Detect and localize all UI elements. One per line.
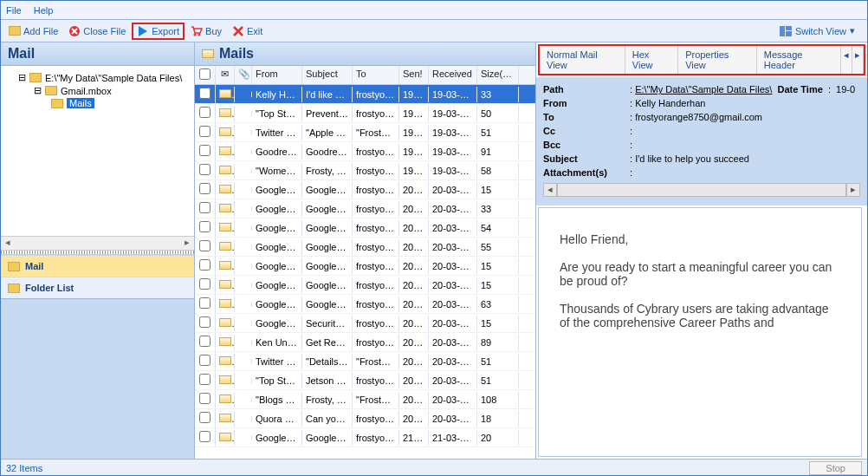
message-body[interactable]: Hello Friend, Are you ready to start a m… xyxy=(538,207,862,457)
table-row[interactable]: Quora …Can yo…frostyor…20…20-03-2…18 xyxy=(195,409,535,428)
table-row[interactable]: Google …Google …frostyor…21…21-03-2…20 xyxy=(195,428,535,447)
row-checkbox[interactable] xyxy=(199,297,211,309)
folder-icon xyxy=(8,284,20,293)
grid-body[interactable]: Kelly Ha…I'd like …frostyor…19…19-03-2…3… xyxy=(195,85,535,459)
table-row[interactable]: Google …Google …frostyor…20…20-03-2…15 xyxy=(195,257,535,276)
row-checkbox[interactable] xyxy=(199,278,211,290)
cell-sent: 20… xyxy=(399,258,429,274)
table-row[interactable]: "Top St…Prevent…frostyor…19…19-03-2…50 xyxy=(195,104,535,123)
tab-hex-view[interactable]: Hex View xyxy=(625,46,678,74)
table-row[interactable]: Google …Google …frostyor…20…20-03-2…54 xyxy=(195,218,535,238)
collapse-icon[interactable]: ⊟ xyxy=(18,72,26,83)
cell-received: 21-03-2… xyxy=(429,430,477,446)
row-checkbox[interactable] xyxy=(199,374,211,385)
row-checkbox[interactable] xyxy=(199,126,211,137)
table-row[interactable]: Ken Un…Get Res…frostyor…20…20-03-2…89 xyxy=(195,333,535,352)
col-received[interactable]: Received xyxy=(429,66,477,84)
table-row[interactable]: Google …Google …frostyor…20…20-03-2…15 xyxy=(195,276,535,295)
cell-subject: Frosty, … xyxy=(302,163,353,179)
cell-sent: 20… xyxy=(399,335,429,350)
cell-subject: Google … xyxy=(302,220,353,236)
table-row[interactable]: Google …Google …frostyor…20…20-03-2…55 xyxy=(195,238,535,257)
row-checkbox[interactable] xyxy=(199,259,211,271)
cell-sent: 20… xyxy=(399,411,429,427)
cell-subject: I'd like … xyxy=(302,87,353,102)
meta-path-v[interactable]: E:\"My Data\"Sample Data Files\ xyxy=(635,84,772,95)
cell-received: 19-03-2… xyxy=(429,125,477,140)
col-to[interactable]: To xyxy=(353,66,399,84)
row-checkbox[interactable] xyxy=(199,145,211,156)
cell-size: 51 xyxy=(477,373,519,388)
cell-to: frostyor… xyxy=(353,373,399,388)
add-file-button[interactable]: Add File xyxy=(4,23,62,39)
switch-view-button[interactable]: Switch View ▾ xyxy=(775,23,864,39)
row-checkbox[interactable] xyxy=(199,412,211,423)
meta-att-k: Attachment(s) xyxy=(543,167,630,178)
row-checkbox[interactable] xyxy=(199,355,211,366)
row-checkbox[interactable] xyxy=(199,88,211,99)
close-file-button[interactable]: Close File xyxy=(64,23,130,39)
row-checkbox[interactable] xyxy=(199,240,211,251)
export-button[interactable]: Export xyxy=(132,23,185,40)
cell-size: 15 xyxy=(477,182,519,198)
col-from[interactable]: From xyxy=(252,66,302,84)
tab-scroll-left[interactable]: ◂ xyxy=(841,46,852,74)
table-row[interactable]: Twitter …"Apple …"Frosty …19…19-03-2…51 xyxy=(195,123,535,142)
row-checkbox[interactable] xyxy=(199,221,211,232)
cell-from: Google … xyxy=(252,201,302,217)
row-checkbox[interactable] xyxy=(199,316,211,328)
table-row[interactable]: "Blogs …Frosty, …"Frosty …20…20-03-2…108 xyxy=(195,390,535,409)
svg-point-3 xyxy=(198,33,201,36)
table-row[interactable]: "Top St…Jetson …frostyor…20…20-03-2…51 xyxy=(195,371,535,390)
table-row[interactable]: Twitter …"Details…"Frosty …20…20-03-2…51 xyxy=(195,352,535,371)
mail-icon xyxy=(219,223,231,231)
collapse-icon[interactable]: ⊟ xyxy=(34,85,42,96)
layout-icon xyxy=(780,25,792,37)
col-sent[interactable]: Sen! xyxy=(399,66,429,84)
row-checkbox[interactable] xyxy=(199,202,211,213)
menu-file[interactable]: File xyxy=(6,5,22,16)
row-checkbox[interactable] xyxy=(199,107,211,118)
cell-received: 20-03-2… xyxy=(429,411,477,427)
meta-bcc-k: Bcc xyxy=(543,140,630,150)
row-checkbox[interactable] xyxy=(199,183,211,194)
tree-root[interactable]: ⊟E:\"My Data\"Sample Data Files\ xyxy=(4,71,191,84)
nav-folder-list[interactable]: Folder List xyxy=(1,277,194,298)
row-checkbox[interactable] xyxy=(199,431,211,442)
exit-button[interactable]: Exit xyxy=(228,23,267,39)
tree-hscroll[interactable]: ◂▸ xyxy=(1,236,194,250)
col-subject[interactable]: Subject xyxy=(302,66,353,84)
cell-to: frostyor… xyxy=(353,258,399,274)
cell-from: Twitter … xyxy=(252,354,302,369)
folder-icon xyxy=(8,262,20,271)
table-row[interactable]: Google …Security…frostyor…20…20-03-2…15 xyxy=(195,314,535,333)
folder-tree[interactable]: ⊟E:\"My Data\"Sample Data Files\ ⊟Gmail.… xyxy=(1,66,194,236)
table-row[interactable]: Goodre…Goodre…frostyor…19…19-03-2…91 xyxy=(195,142,535,161)
stop-button[interactable]: Stop xyxy=(809,461,862,475)
table-row[interactable]: "Wome…Frosty, …frostyor…19…19-03-2…58 xyxy=(195,161,535,180)
meta-hscroll[interactable]: ◂▸ xyxy=(543,183,860,197)
cell-size: 15 xyxy=(477,277,519,293)
menu-help[interactable]: Help xyxy=(34,5,54,16)
buy-button[interactable]: Buy xyxy=(186,23,226,39)
cell-size: 15 xyxy=(477,316,519,331)
table-row[interactable]: Google …Google …frostyor…20…20-03-2…15 xyxy=(195,180,535,199)
table-row[interactable]: Google …Google …frostyor…20…20-03-2…63 xyxy=(195,295,535,314)
col-size[interactable]: Size(KB) xyxy=(477,66,519,84)
row-checkbox[interactable] xyxy=(199,393,211,404)
row-checkbox[interactable] xyxy=(199,164,211,175)
tree-mails[interactable]: Mails xyxy=(4,97,191,109)
table-row[interactable]: Kelly Ha…I'd like …frostyor…19…19-03-2…3… xyxy=(195,85,535,104)
cell-sent: 20… xyxy=(399,392,429,408)
tab-normal-view[interactable]: Normal Mail View xyxy=(540,46,625,74)
nav-mail[interactable]: Mail xyxy=(1,255,194,277)
row-checkbox[interactable] xyxy=(199,336,211,347)
meta-cc-k: Cc xyxy=(543,126,630,136)
table-row[interactable]: Google …Google …frostyor…20…20-03-2…33 xyxy=(195,199,535,218)
tab-scroll-right[interactable]: ▸ xyxy=(852,46,864,74)
tree-mbox[interactable]: ⊟Gmail.mbox xyxy=(4,84,191,97)
cell-subject: "Apple … xyxy=(302,125,353,140)
tab-message-header[interactable]: Message Header xyxy=(757,46,841,74)
select-all-checkbox[interactable] xyxy=(199,68,211,80)
tab-properties-view[interactable]: Properties View xyxy=(678,46,757,74)
